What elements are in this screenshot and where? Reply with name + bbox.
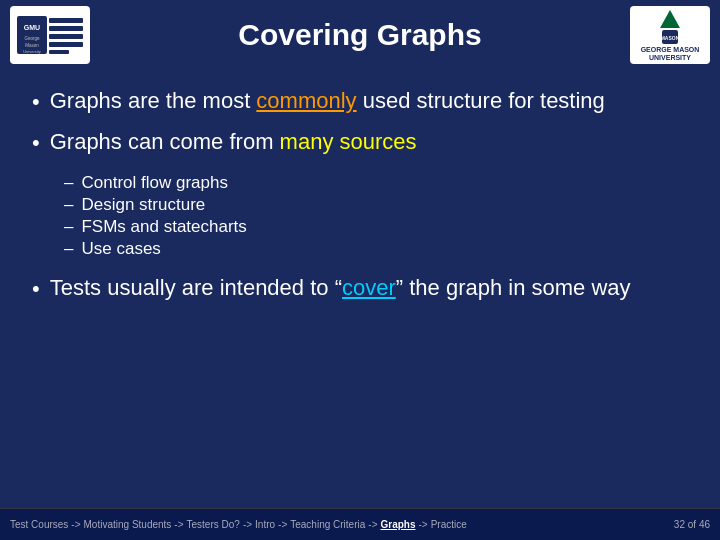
mason-text: GEORGE MASON UNIVERSITY (630, 46, 710, 61)
footer-arrow-3: -> (278, 519, 287, 530)
bullet-icon-3: • (32, 275, 40, 304)
slide-title: Covering Graphs (238, 18, 481, 52)
sub-item-label-3: FSMs and statecharts (81, 217, 246, 237)
footer-arrow-1: -> (174, 519, 183, 530)
svg-rect-10 (49, 50, 69, 54)
main-content: • Graphs are the most commonly used stru… (0, 70, 720, 508)
bullet-icon-1: • (32, 88, 40, 117)
bullet-1: • Graphs are the most commonly used stru… (32, 86, 688, 117)
sub-dash-1: – (64, 173, 73, 193)
sub-item-2: – Design structure (64, 195, 688, 215)
footer-nav: Test Courses -> Motivating Students -> T… (10, 519, 674, 530)
slide: GMU George Mason University Covering Gra… (0, 0, 720, 540)
svg-rect-6 (49, 18, 83, 23)
bullet-text-2: Graphs can come from many sources (50, 127, 417, 157)
highlight-cover: cover (342, 275, 396, 300)
footer-item-3[interactable]: Intro (255, 519, 275, 530)
svg-text:George: George (24, 36, 40, 41)
svg-rect-9 (49, 42, 83, 47)
bullet-icon-2: • (32, 129, 40, 158)
footer-arrow-5: -> (418, 519, 427, 530)
sub-item-1: – Control flow graphs (64, 173, 688, 193)
gmu-logo: GMU George Mason University (10, 6, 90, 64)
highlight-many-sources: many sources (280, 129, 417, 154)
svg-text:GMU: GMU (24, 24, 40, 31)
sub-item-3: – FSMs and statecharts (64, 217, 688, 237)
footer-arrow-4: -> (368, 519, 377, 530)
footer-item-4[interactable]: Teaching Criteria (290, 519, 365, 530)
sub-dash-2: – (64, 195, 73, 215)
sub-list: – Control flow graphs – Design structure… (64, 173, 688, 259)
footer: Test Courses -> Motivating Students -> T… (0, 508, 720, 540)
bullet-2: • Graphs can come from many sources (32, 127, 688, 158)
footer-item-1[interactable]: Motivating Students (84, 519, 172, 530)
sub-item-label-1: Control flow graphs (81, 173, 227, 193)
footer-item-6[interactable]: Practice (431, 519, 467, 530)
header: GMU George Mason University Covering Gra… (0, 0, 720, 70)
svg-rect-7 (49, 26, 83, 31)
mason-logo: MASON GEORGE MASON UNIVERSITY (630, 6, 710, 64)
highlight-commonly: commonly (256, 88, 356, 113)
footer-arrow-2: -> (243, 519, 252, 530)
footer-item-2[interactable]: Testers Do? (187, 519, 240, 530)
sub-dash-4: – (64, 239, 73, 259)
footer-item-0[interactable]: Test Courses (10, 519, 68, 530)
footer-page-number: 32 of 46 (674, 519, 710, 530)
bullet-text-3: Tests usually are intended to “cover” th… (50, 273, 631, 303)
sub-item-label-4: Use cases (81, 239, 160, 259)
sub-item-label-2: Design structure (81, 195, 205, 215)
svg-text:Mason: Mason (25, 43, 39, 48)
footer-item-5-active[interactable]: Graphs (380, 519, 415, 530)
bullet-text-1: Graphs are the most commonly used struct… (50, 86, 605, 116)
sub-dash-3: – (64, 217, 73, 237)
svg-rect-8 (49, 34, 83, 39)
mason-logo-svg: MASON (644, 8, 696, 46)
sub-item-4: – Use cases (64, 239, 688, 259)
bullet-3: • Tests usually are intended to “cover” … (32, 273, 688, 304)
svg-text:MASON: MASON (661, 35, 680, 41)
gmu-logo-svg: GMU George Mason University (15, 14, 85, 56)
footer-arrow-0: -> (71, 519, 80, 530)
svg-text:University: University (23, 49, 41, 54)
